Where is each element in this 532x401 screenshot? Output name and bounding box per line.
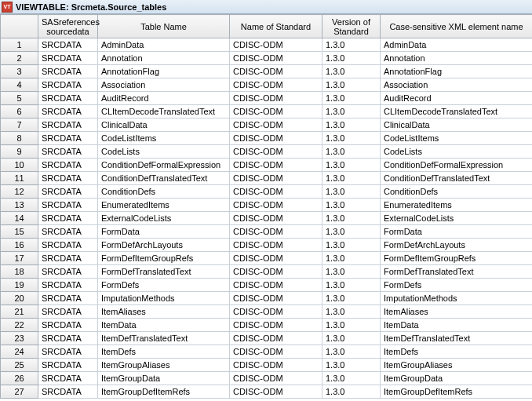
cell-version[interactable]: 1.3.0 <box>322 279 381 292</box>
cell-standard[interactable]: CDISC-ODM <box>230 132 322 145</box>
cell-tablename[interactable]: Association <box>98 78 230 92</box>
cell-standard[interactable]: CDISC-ODM <box>230 279 322 292</box>
cell-version[interactable]: 1.3.0 <box>322 52 381 65</box>
cell-version[interactable]: 1.3.0 <box>322 38 381 52</box>
cell-tablename[interactable]: ItemGroupData <box>98 372 230 385</box>
cell-tablename[interactable]: ItemDefs <box>98 345 230 359</box>
cell-sourcedata[interactable]: SRCDATA <box>38 385 98 399</box>
cell-standard[interactable]: CDISC-ODM <box>230 159 322 172</box>
row-number[interactable]: 18 <box>1 265 38 279</box>
cell-xmlname[interactable]: ConditionDefTranslatedText <box>381 172 533 185</box>
cell-xmlname[interactable]: FormDefTranslatedText <box>381 265 533 279</box>
cell-version[interactable]: 1.3.0 <box>322 332 381 345</box>
table-row[interactable]: 4SRCDATAAssociationCDISC-ODM1.3.0Associa… <box>1 78 533 92</box>
window-titlebar[interactable]: VT VIEWTABLE: Srcmeta.Source_tables <box>0 0 532 14</box>
cell-version[interactable]: 1.3.0 <box>322 105 381 118</box>
cell-tablename[interactable]: ItemGroupDefItemRefs <box>98 385 230 399</box>
table-row[interactable]: 23SRCDATAItemDefTranslatedTextCDISC-ODM1… <box>1 332 533 345</box>
cell-version[interactable]: 1.3.0 <box>322 185 381 199</box>
col-standard[interactable]: Name of Standard <box>230 15 322 38</box>
cell-standard[interactable]: CDISC-ODM <box>230 52 322 65</box>
row-number[interactable]: 10 <box>1 159 38 172</box>
table-row[interactable]: 19SRCDATAFormDefsCDISC-ODM1.3.0FormDefs <box>1 279 533 292</box>
cell-xmlname[interactable]: FormDefs <box>381 279 533 292</box>
row-number[interactable]: 16 <box>1 239 38 252</box>
cell-sourcedata[interactable]: SRCDATA <box>38 239 98 252</box>
cell-tablename[interactable]: ConditionDefFormalExpression <box>98 159 230 172</box>
table-row[interactable]: 17SRCDATAFormDefItemGroupRefsCDISC-ODM1.… <box>1 252 533 265</box>
cell-tablename[interactable]: EnumeratedItems <box>98 199 230 212</box>
cell-version[interactable]: 1.3.0 <box>322 92 381 105</box>
cell-standard[interactable]: CDISC-ODM <box>230 359 322 372</box>
cell-xmlname[interactable]: ItemGroupData <box>381 372 533 385</box>
cell-tablename[interactable]: ClinicalData <box>98 118 230 132</box>
table-row[interactable]: 25SRCDATAItemGroupAliasesCDISC-ODM1.3.0I… <box>1 359 533 372</box>
cell-tablename[interactable]: AnnotationFlag <box>98 65 230 78</box>
cell-version[interactable]: 1.3.0 <box>322 212 381 225</box>
row-number[interactable]: 15 <box>1 225 38 239</box>
cell-xmlname[interactable]: EnumeratedItems <box>381 199 533 212</box>
col-xmlname[interactable]: Case-sensitive XML element name <box>381 15 533 38</box>
cell-version[interactable]: 1.3.0 <box>322 359 381 372</box>
table-row[interactable]: 2SRCDATAAnnotationCDISC-ODM1.3.0Annotati… <box>1 52 533 65</box>
col-tablename[interactable]: Table Name <box>98 15 230 38</box>
row-number[interactable]: 27 <box>1 385 38 399</box>
cell-sourcedata[interactable]: SRCDATA <box>38 372 98 385</box>
row-number[interactable]: 3 <box>1 65 38 78</box>
table-row[interactable]: 1SRCDATAAdminDataCDISC-ODM1.3.0AdminData <box>1 38 533 52</box>
cell-version[interactable]: 1.3.0 <box>322 345 381 359</box>
cell-version[interactable]: 1.3.0 <box>322 305 381 319</box>
cell-standard[interactable]: CDISC-ODM <box>230 372 322 385</box>
cell-sourcedata[interactable]: SRCDATA <box>38 279 98 292</box>
cell-sourcedata[interactable]: SRCDATA <box>38 332 98 345</box>
cell-version[interactable]: 1.3.0 <box>322 118 381 132</box>
cell-version[interactable]: 1.3.0 <box>322 252 381 265</box>
cell-version[interactable]: 1.3.0 <box>322 319 381 332</box>
cell-xmlname[interactable]: ItemGroupAliases <box>381 359 533 372</box>
table-row[interactable]: 27SRCDATAItemGroupDefItemRefsCDISC-ODM1.… <box>1 385 533 399</box>
table-row[interactable]: 14SRCDATAExternalCodeListsCDISC-ODM1.3.0… <box>1 212 533 225</box>
cell-xmlname[interactable]: FormDefArchLayouts <box>381 239 533 252</box>
cell-standard[interactable]: CDISC-ODM <box>230 78 322 92</box>
cell-sourcedata[interactable]: SRCDATA <box>38 52 98 65</box>
table-row[interactable]: 3SRCDATAAnnotationFlagCDISC-ODM1.3.0Anno… <box>1 65 533 78</box>
table-row[interactable]: 12SRCDATAConditionDefsCDISC-ODM1.3.0Cond… <box>1 185 533 199</box>
cell-tablename[interactable]: FormDefTranslatedText <box>98 265 230 279</box>
cell-standard[interactable]: CDISC-ODM <box>230 105 322 118</box>
row-number[interactable]: 17 <box>1 252 38 265</box>
cell-sourcedata[interactable]: SRCDATA <box>38 319 98 332</box>
row-number[interactable]: 25 <box>1 359 38 372</box>
cell-tablename[interactable]: CodeListItems <box>98 132 230 145</box>
cell-version[interactable]: 1.3.0 <box>322 265 381 279</box>
row-number[interactable]: 26 <box>1 372 38 385</box>
cell-standard[interactable]: CDISC-ODM <box>230 385 322 399</box>
row-number[interactable]: 2 <box>1 52 38 65</box>
table-viewport[interactable]: SASreferences sourcedata Table Name Name… <box>0 14 532 401</box>
cell-sourcedata[interactable]: SRCDATA <box>38 105 98 118</box>
cell-version[interactable]: 1.3.0 <box>322 292 381 305</box>
row-number[interactable]: 6 <box>1 105 38 118</box>
table-row[interactable]: 9SRCDATACodeListsCDISC-ODM1.3.0CodeLists <box>1 145 533 159</box>
table-row[interactable]: 22SRCDATAItemDataCDISC-ODM1.3.0ItemData <box>1 319 533 332</box>
cell-sourcedata[interactable]: SRCDATA <box>38 65 98 78</box>
table-row[interactable]: 6SRCDATACLItemDecodeTranslatedTextCDISC-… <box>1 105 533 118</box>
cell-standard[interactable]: CDISC-ODM <box>230 239 322 252</box>
cell-xmlname[interactable]: ExternalCodeLists <box>381 212 533 225</box>
cell-tablename[interactable]: ConditionDefTranslatedText <box>98 172 230 185</box>
cell-tablename[interactable]: ImputationMethods <box>98 292 230 305</box>
row-number[interactable]: 20 <box>1 292 38 305</box>
cell-tablename[interactable]: ExternalCodeLists <box>98 212 230 225</box>
table-row[interactable]: 11SRCDATAConditionDefTranslatedTextCDISC… <box>1 172 533 185</box>
cell-version[interactable]: 1.3.0 <box>322 65 381 78</box>
cell-xmlname[interactable]: ImputationMethods <box>381 292 533 305</box>
cell-xmlname[interactable]: AdminData <box>381 38 533 52</box>
cell-version[interactable]: 1.3.0 <box>322 172 381 185</box>
cell-sourcedata[interactable]: SRCDATA <box>38 199 98 212</box>
table-row[interactable]: 7SRCDATAClinicalDataCDISC-ODM1.3.0Clinic… <box>1 118 533 132</box>
table-row[interactable]: 5SRCDATAAuditRecordCDISC-ODM1.3.0AuditRe… <box>1 92 533 105</box>
row-number[interactable]: 4 <box>1 78 38 92</box>
cell-tablename[interactable]: FormDefArchLayouts <box>98 239 230 252</box>
table-row[interactable]: 21SRCDATAItemAliasesCDISC-ODM1.3.0ItemAl… <box>1 305 533 319</box>
cell-tablename[interactable]: CLItemDecodeTranslatedText <box>98 105 230 118</box>
cell-tablename[interactable]: FormData <box>98 225 230 239</box>
